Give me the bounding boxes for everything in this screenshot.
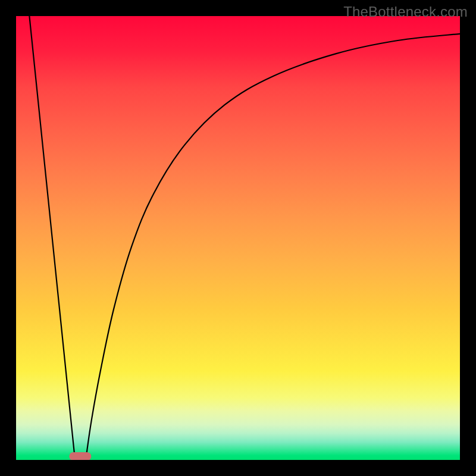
- curve-right-segment: [86, 34, 460, 456]
- min-marker: [70, 452, 92, 460]
- plot-area: [16, 16, 460, 460]
- chart-svg: [16, 16, 460, 460]
- watermark-text: TheBottleneck.com: [343, 4, 468, 20]
- curve-left-segment: [29, 16, 74, 456]
